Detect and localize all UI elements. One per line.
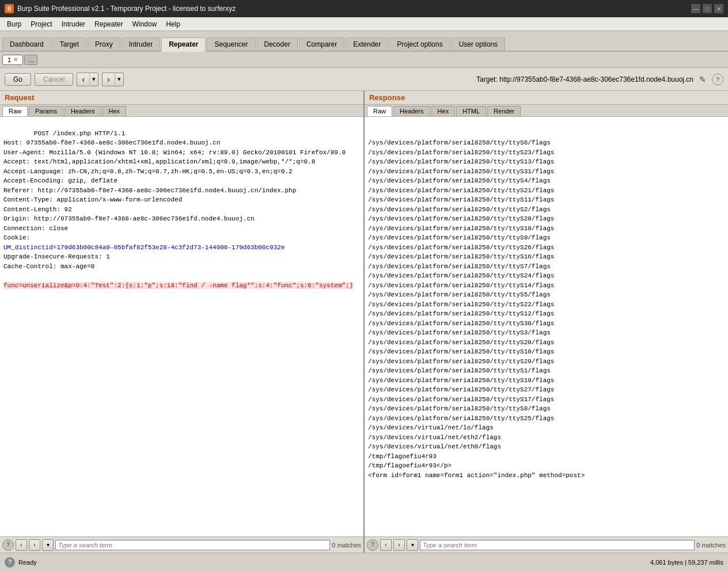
response-line: /sys/devices/platform/serial8250/tty/tty… xyxy=(368,214,725,224)
forward-nav-group: › ▾ xyxy=(102,73,124,86)
back-nav-group: ‹ ▾ xyxy=(77,73,98,86)
request-tab-raw[interactable]: Raw xyxy=(2,106,28,116)
toolbar: Go Cancel ‹ ▾ › ▾ Target: http://97355ab… xyxy=(0,68,728,91)
cancel-button[interactable]: Cancel xyxy=(35,73,73,86)
response-line: /sys/devices/virtual/net/eth0/flags xyxy=(368,442,725,452)
request-content-area: POST /index.php HTTP/1.1 Host: 97355ab0-… xyxy=(0,117,363,536)
response-line: /sys/devices/platform/serial8250/tty/tty… xyxy=(368,243,725,253)
request-search-input[interactable] xyxy=(55,540,330,550)
response-tab-raw[interactable]: Raw xyxy=(367,106,392,116)
forward-dropdown-button[interactable]: ▾ xyxy=(115,73,124,86)
menu-intruder[interactable]: Intruder xyxy=(57,19,90,29)
forward-button[interactable]: › xyxy=(102,73,115,86)
response-search-bar: ? ‹ › ▾ 0 matches xyxy=(365,536,728,553)
response-line: /sys/devices/platform/serial8250/tty/tty… xyxy=(368,366,725,376)
response-tab-html[interactable]: HTML xyxy=(456,106,486,116)
request-tab-bar: Raw Params Headers Hex xyxy=(0,105,363,117)
tab-proxy[interactable]: Proxy xyxy=(88,37,120,51)
response-line: /tmp/flagoefiu4r93 xyxy=(368,452,725,462)
response-line: /sys/devices/platform/serial8250/tty/tty… xyxy=(368,205,725,215)
repeater-tab-more[interactable]: ... xyxy=(24,55,37,65)
tab-sequencer[interactable]: Sequencer xyxy=(207,37,255,51)
response-line: /sys/devices/platform/serial8250/tty/tty… xyxy=(368,281,725,291)
response-line: /sys/devices/platform/serial8250/tty/tty… xyxy=(368,252,725,262)
tab-repeater[interactable]: Repeater xyxy=(161,37,206,52)
menu-burp[interactable]: Burp xyxy=(2,19,26,29)
response-search-help[interactable]: ? xyxy=(367,539,378,551)
response-line: /sys/devices/platform/serial8250/tty/tty… xyxy=(368,138,725,148)
response-line: /sys/devices/platform/serial8250/tty/tty… xyxy=(368,414,725,424)
response-line: /sys/devices/platform/serial8250/tty/tty… xyxy=(368,385,725,395)
status-stats: 4,061 bytes | 59,237 millis xyxy=(650,559,723,566)
response-text[interactable]: /sys/devices/platform/serial8250/tty/tty… xyxy=(365,117,728,536)
request-tab-hex[interactable]: Hex xyxy=(103,106,127,116)
response-search-count: 0 matches xyxy=(696,542,726,549)
request-search-bar: ? ‹ › ▾ 0 matches xyxy=(0,536,363,553)
tab-project-options[interactable]: Project options xyxy=(389,37,450,51)
response-line: <form id=form1 name=form1 action="index.… xyxy=(368,471,725,481)
tab-comparer[interactable]: Comparer xyxy=(299,37,344,51)
response-search-input[interactable] xyxy=(420,540,695,550)
menu-project[interactable]: Project xyxy=(26,19,56,29)
response-line: /sys/devices/platform/serial8250/tty/tty… xyxy=(368,271,725,281)
tab-dashboard[interactable]: Dashboard xyxy=(2,37,51,51)
maximize-button[interactable]: □ xyxy=(703,4,712,13)
response-search-options[interactable]: ▾ xyxy=(407,539,418,551)
back-button[interactable]: ‹ xyxy=(77,73,89,86)
request-panel-header: Request xyxy=(0,91,363,105)
help-button[interactable]: ? xyxy=(712,74,723,85)
response-line: /sys/devices/virtual/net/lo/flags xyxy=(368,423,725,433)
menu-help[interactable]: Help xyxy=(161,19,185,29)
target-label: Target: http://97355ab0-f8e7-4368-ae8c-3… xyxy=(127,75,693,83)
minimize-button[interactable]: — xyxy=(691,4,700,13)
response-tab-bar: Raw Headers Hex HTML Render xyxy=(365,105,728,117)
request-tab-params[interactable]: Params xyxy=(29,106,63,116)
window-controls: — □ ✕ xyxy=(691,4,723,13)
response-line: /sys/devices/platform/serial8250/tty/tty… xyxy=(368,395,725,405)
window-title: Burp Suite Professional v2.1 - Temporary… xyxy=(17,5,236,13)
tab-extender[interactable]: Extender xyxy=(346,37,388,51)
close-button[interactable]: ✕ xyxy=(714,4,723,13)
status-help-button[interactable]: ? xyxy=(5,557,15,568)
title-bar: B Burp Suite Professional v2.1 - Tempora… xyxy=(0,0,728,17)
response-tab-render[interactable]: Render xyxy=(487,106,521,116)
app-icon: B xyxy=(5,4,14,13)
request-search-help[interactable]: ? xyxy=(2,539,14,551)
request-tab-headers[interactable]: Headers xyxy=(65,106,101,116)
edit-target-button[interactable]: ✎ xyxy=(697,74,708,85)
response-line: /sys/devices/platform/serial8250/tty/tty… xyxy=(368,338,725,348)
tab-intruder[interactable]: Intruder xyxy=(122,37,160,51)
title-bar-left: B Burp Suite Professional v2.1 - Tempora… xyxy=(5,4,236,13)
response-line: /sys/devices/platform/serial8250/tty/tty… xyxy=(368,262,725,272)
go-button[interactable]: Go xyxy=(5,73,31,86)
response-line: /sys/devices/platform/serial8250/tty/tty… xyxy=(368,328,725,338)
main-tab-bar: Dashboard Target Proxy Intruder Repeater… xyxy=(0,31,728,52)
response-line: /sys/devices/platform/serial8250/tty/tty… xyxy=(368,347,725,357)
response-search-next[interactable]: › xyxy=(393,539,405,551)
back-dropdown-button[interactable]: ▾ xyxy=(89,73,98,86)
tab-user-options[interactable]: User options xyxy=(452,37,505,51)
response-line: /sys/devices/virtual/net/eth2/flags xyxy=(368,433,725,443)
request-search-next[interactable]: › xyxy=(29,539,40,551)
request-search-prev[interactable]: ‹ xyxy=(16,539,27,551)
repeater-tab-1[interactable]: 1 ✕ xyxy=(2,55,23,65)
tab-decoder[interactable]: Decoder xyxy=(257,37,298,51)
response-tab-hex[interactable]: Hex xyxy=(431,106,456,116)
request-search-options[interactable]: ▾ xyxy=(42,539,54,551)
request-text[interactable]: POST /index.php HTTP/1.1 Host: 97355ab0-… xyxy=(0,117,363,536)
response-line: /sys/devices/platform/serial8250/tty/tty… xyxy=(368,167,725,177)
menu-repeater[interactable]: Repeater xyxy=(90,19,127,29)
menu-window[interactable]: Window xyxy=(127,19,161,29)
response-line: /sys/devices/platform/serial8250/tty/tty… xyxy=(368,319,725,329)
response-line: /sys/devices/platform/serial8250/tty/tty… xyxy=(368,404,725,414)
response-tab-headers[interactable]: Headers xyxy=(393,106,430,116)
response-line: /sys/devices/platform/serial8250/tty/tty… xyxy=(368,233,725,243)
response-search-prev[interactable]: ‹ xyxy=(380,539,392,551)
main-content: Request Raw Params Headers Hex POST /ind… xyxy=(0,91,728,553)
request-panel: Request Raw Params Headers Hex POST /ind… xyxy=(0,91,365,553)
response-line: /sys/devices/platform/serial8250/tty/tty… xyxy=(368,376,725,386)
menu-bar: Burp Project Intruder Repeater Window He… xyxy=(0,17,728,31)
response-line: /tmp/flagoefiu4r93</p> xyxy=(368,461,725,471)
repeater-tab-close[interactable]: ✕ xyxy=(13,56,18,63)
tab-target[interactable]: Target xyxy=(52,37,86,51)
